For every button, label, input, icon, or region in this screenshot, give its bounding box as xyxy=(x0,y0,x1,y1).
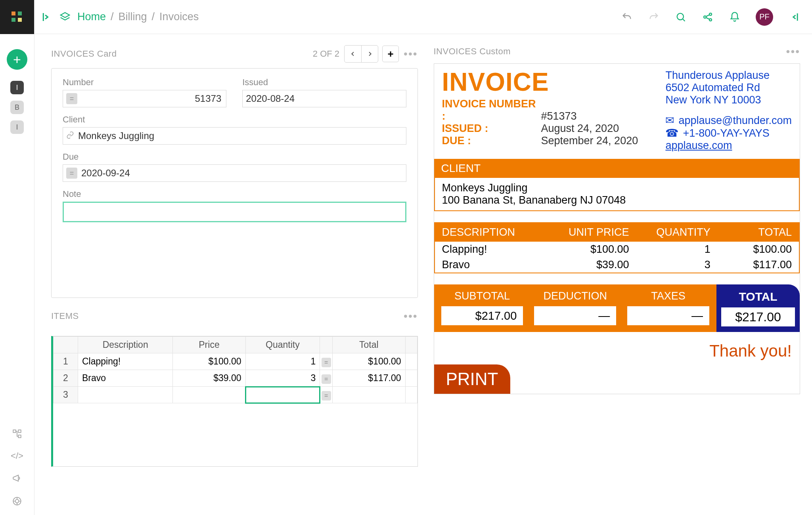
invoice-card: Number = 51373 Issued 2020-08-24 xyxy=(51,68,418,298)
svg-point-9 xyxy=(677,13,684,19)
content-area: INVOICES Card 2 OF 2 + ••• Number xyxy=(34,34,812,515)
topbar: Home / Billing / Invoices xyxy=(34,0,812,34)
company-block: Thunderous Applause 6502 Automated Rd Ne… xyxy=(665,69,792,152)
megaphone-icon[interactable] xyxy=(11,472,23,484)
col-quantity[interactable]: Quantity xyxy=(245,337,320,353)
prev-button[interactable] xyxy=(345,46,361,62)
mail-icon: ✉ xyxy=(665,114,674,127)
breadcrumb-invoices[interactable]: Invoices xyxy=(159,11,199,23)
deduction-value: — xyxy=(534,306,616,325)
add-record-button[interactable]: + xyxy=(382,46,399,62)
table-row[interactable]: 1 Clapping! $100.00 1 = $100.00 xyxy=(54,353,417,370)
tree-icon[interactable] xyxy=(11,428,23,440)
svg-rect-2 xyxy=(11,18,15,22)
invoice-heading: INVOICE xyxy=(442,69,658,95)
link-icon xyxy=(66,130,74,141)
svg-point-8 xyxy=(15,500,19,503)
items-table: Description Price Quantity Total 1 Clapp… xyxy=(51,336,418,467)
code-icon[interactable]: </> xyxy=(12,451,22,461)
equals-icon: = xyxy=(322,358,331,367)
grist-logo-icon xyxy=(9,9,25,25)
app-logo[interactable] xyxy=(0,0,34,34)
panel-collapse-icon[interactable] xyxy=(788,11,800,23)
preview-menu-icon[interactable]: ••• xyxy=(786,45,800,58)
breadcrumb-home[interactable]: Home xyxy=(77,11,106,23)
items-title: ITEMS xyxy=(51,311,79,321)
totals-row: SUBTOTAL $217.00 DEDUCTION — TAXES — xyxy=(434,284,800,332)
next-button[interactable] xyxy=(361,46,378,62)
invoice-row: Bravo $39.00 3 $117.00 xyxy=(435,257,799,273)
client-block: Monkeys Juggling 100 Banana St, Bananabe… xyxy=(434,178,800,211)
col-description[interactable]: Description xyxy=(78,337,173,353)
invoice-line-items: DESCRIPTION UNIT PRICE QUANTITY TOTAL Cl… xyxy=(434,222,800,273)
items-menu-icon[interactable]: ••• xyxy=(404,310,417,322)
pager-text: 2 OF 2 xyxy=(313,49,339,59)
thank-you-text: Thank you! xyxy=(434,332,800,360)
equals-icon: = xyxy=(66,168,77,179)
avatar[interactable]: PF xyxy=(756,8,773,26)
left-pane: INVOICES Card 2 OF 2 + ••• Number xyxy=(51,45,418,515)
client-label: Client xyxy=(63,114,406,125)
number-label: Number xyxy=(63,77,226,88)
preview-title: INVOICES Custom xyxy=(434,46,511,57)
svg-rect-4 xyxy=(13,430,16,433)
svg-rect-3 xyxy=(18,18,22,22)
main-area: Home / Billing / Invoices xyxy=(34,0,812,515)
selected-cell[interactable] xyxy=(245,387,320,403)
pager xyxy=(344,45,378,63)
sidebar-bottom-tools: </> xyxy=(0,428,34,507)
equals-icon: = xyxy=(322,374,331,384)
table-row[interactable]: 2 Bravo $39.00 3 = $117.00 xyxy=(54,370,417,387)
subtotal-value: $217.00 xyxy=(441,306,523,325)
col-total[interactable]: Total xyxy=(333,337,405,353)
add-button[interactable]: + xyxy=(7,49,27,70)
sidebar-item-billing[interactable]: B xyxy=(10,101,24,114)
taxes-value: — xyxy=(627,306,709,325)
search-icon[interactable] xyxy=(675,11,687,23)
invoice-row: Clapping! $100.00 1 $100.00 xyxy=(435,242,799,257)
due-label: Due xyxy=(63,152,406,162)
svg-rect-1 xyxy=(18,11,22,15)
col-price[interactable]: Price xyxy=(173,337,245,353)
undo-icon[interactable] xyxy=(621,11,633,23)
client-input[interactable]: Monkeys Juggling xyxy=(63,127,406,145)
svg-rect-5 xyxy=(18,430,21,433)
print-button[interactable]: PRINT xyxy=(434,364,510,394)
number-input[interactable]: = 51373 xyxy=(63,90,226,107)
invoice-preview: INVOICE INVOICE NUMBER :#51373 ISSUED :A… xyxy=(434,63,801,394)
card-menu-icon[interactable]: ••• xyxy=(404,48,417,60)
layers-icon[interactable] xyxy=(59,11,71,23)
issued-label: Issued xyxy=(242,77,406,88)
card-title: INVOICES Card xyxy=(51,49,117,59)
right-pane: INVOICES Custom ••• INVOICE INVOICE NUMB… xyxy=(434,45,801,515)
app-sidebar: + I B I </> xyxy=(0,0,34,515)
share-icon[interactable] xyxy=(702,11,714,23)
svg-rect-6 xyxy=(18,435,21,438)
note-input[interactable] xyxy=(63,202,406,222)
client-header: CLIENT xyxy=(434,159,800,178)
panel-expand-icon[interactable] xyxy=(41,11,53,23)
company-website-link[interactable]: applause.com xyxy=(665,139,732,151)
total-value: $217.00 xyxy=(721,307,795,326)
sidebar-item-invoices[interactable]: I xyxy=(10,81,24,94)
help-icon[interactable] xyxy=(11,495,23,507)
table-row[interactable]: 3 = xyxy=(54,387,417,403)
bell-icon[interactable] xyxy=(729,11,741,23)
redo-icon[interactable] xyxy=(648,11,660,23)
note-label: Note xyxy=(63,189,406,199)
svg-rect-0 xyxy=(11,11,15,15)
issued-input[interactable]: 2020-08-24 xyxy=(242,90,406,107)
breadcrumb-billing[interactable]: Billing xyxy=(119,11,147,23)
sidebar-item-items[interactable]: I xyxy=(10,120,24,134)
due-input[interactable]: = 2020-09-24 xyxy=(63,164,406,182)
equals-icon: = xyxy=(322,391,331,401)
equals-icon: = xyxy=(66,93,77,104)
phone-icon: ☎ xyxy=(665,127,679,139)
breadcrumb: Home / Billing / Invoices xyxy=(77,11,199,23)
